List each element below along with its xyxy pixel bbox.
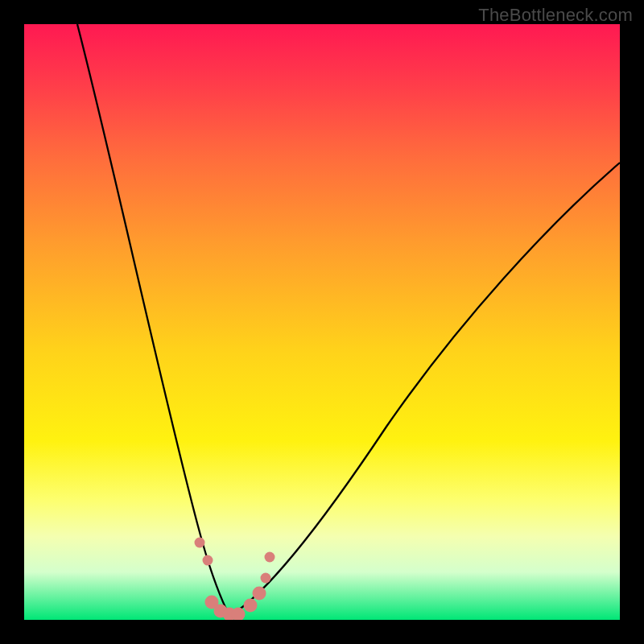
watermark-text: TheBottleneck.com xyxy=(478,5,633,26)
scatter-dot xyxy=(232,608,246,621)
scatter-dot xyxy=(203,555,213,566)
chart-frame: TheBottleneck.com xyxy=(0,0,644,644)
scatter-dot xyxy=(195,538,205,548)
scatter-dot xyxy=(244,599,258,613)
scatter-dot xyxy=(261,573,271,584)
scatter-dot xyxy=(265,552,275,563)
scatter-dot xyxy=(253,587,266,601)
valley-scatter xyxy=(24,24,620,620)
plot-area xyxy=(24,24,620,620)
